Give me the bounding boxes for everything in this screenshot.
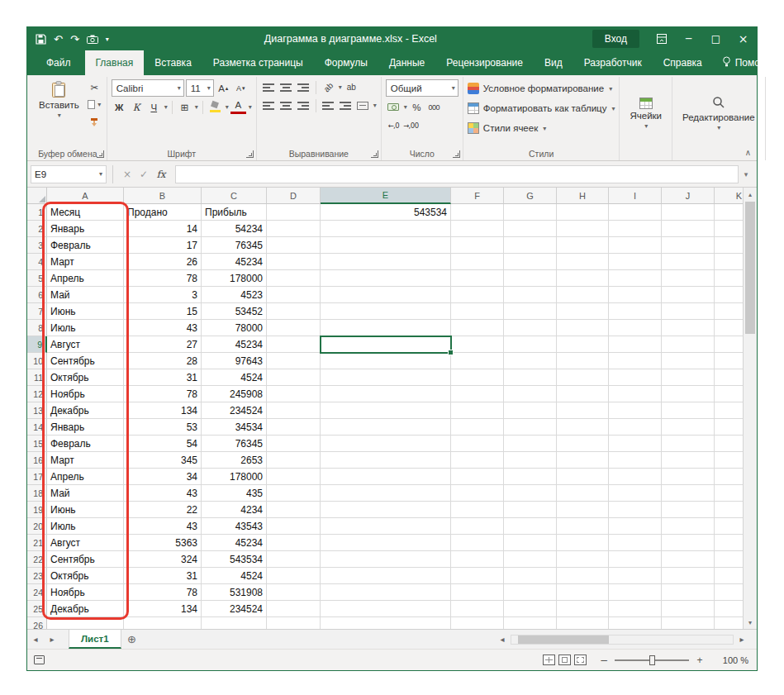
cell-H9[interactable]	[557, 336, 609, 353]
cell-D23[interactable]	[267, 568, 321, 584]
hscroll-right-button[interactable]: ▸	[734, 635, 750, 644]
cell-G25[interactable]	[504, 601, 557, 617]
cell-A15[interactable]: Февраль	[47, 436, 124, 452]
editing-button[interactable]: Редактирование ▾	[677, 79, 761, 147]
cell-C4[interactable]: 45234	[202, 254, 267, 270]
cell-C8[interactable]: 78000	[202, 320, 267, 336]
alignment-dialog-launcher[interactable]	[371, 150, 378, 158]
cell-C20[interactable]: 43543	[202, 518, 267, 535]
cell-B26[interactable]	[124, 617, 202, 629]
save-button[interactable]	[36, 34, 46, 45]
cell-G13[interactable]	[504, 402, 557, 419]
cell-A25[interactable]: Декабрь	[47, 601, 124, 617]
cell-E17[interactable]	[321, 469, 451, 485]
cell-C15[interactable]: 76345	[202, 436, 267, 452]
font-dialog-launcher[interactable]	[246, 150, 254, 158]
underline-dropdown[interactable]: ▾	[164, 103, 168, 111]
cell-H25[interactable]	[557, 601, 609, 617]
format-painter-button[interactable]	[87, 114, 102, 130]
cell-H20[interactable]	[557, 518, 609, 535]
borders-button[interactable]: ⊞	[177, 99, 192, 115]
column-header-G[interactable]: G	[504, 188, 557, 204]
close-button[interactable]: ×	[729, 27, 757, 50]
column-header-E[interactable]: E	[321, 188, 451, 204]
row-header-18[interactable]: 18	[27, 485, 47, 502]
cell-H12[interactable]	[557, 386, 609, 402]
cell-B10[interactable]: 28	[124, 353, 202, 369]
font-color-button[interactable]: А	[230, 101, 246, 114]
cell-A24[interactable]: Ноябрь	[47, 584, 124, 601]
name-box[interactable]: E9 ▾	[31, 165, 107, 183]
cell-J19[interactable]	[662, 502, 715, 518]
format-as-table-button[interactable]: Форматировать как таблицу ▾	[468, 99, 615, 117]
cell-I12[interactable]	[609, 386, 662, 402]
cell-D1[interactable]	[267, 204, 321, 221]
valign-bottom-button[interactable]	[296, 79, 311, 95]
cell-I14[interactable]	[609, 419, 662, 436]
cell-D8[interactable]	[267, 320, 321, 336]
cell-J23[interactable]	[662, 568, 715, 584]
cell-B14[interactable]: 53	[124, 419, 202, 436]
cell-G7[interactable]	[504, 303, 557, 320]
cell-C22[interactable]: 543534	[202, 551, 267, 568]
cell-D25[interactable]	[267, 601, 321, 617]
scroll-up-button[interactable]: ▴	[744, 188, 757, 201]
cell-A18[interactable]: Май	[47, 485, 124, 502]
orientation-button[interactable]: ab	[321, 79, 336, 95]
cell-C13[interactable]: 234524	[202, 402, 267, 419]
merge-center-button[interactable]	[355, 98, 371, 113]
cell-A12[interactable]: Ноябрь	[47, 386, 124, 402]
cells-button[interactable]: Ячейки ▾	[624, 79, 668, 147]
ribbon-tab-view[interactable]: Вид	[534, 50, 573, 75]
cell-D12[interactable]	[267, 386, 321, 402]
column-header-J[interactable]: J	[662, 188, 715, 204]
maximize-button[interactable]: □	[702, 27, 729, 50]
cell-E14[interactable]	[321, 419, 451, 436]
row-header-15[interactable]: 15	[27, 436, 47, 452]
cell-K13[interactable]	[715, 402, 743, 419]
cell-E24[interactable]	[321, 584, 451, 601]
column-header-C[interactable]: C	[202, 188, 267, 204]
cut-button[interactable]: ✂	[87, 79, 102, 95]
cell-F15[interactable]	[451, 436, 504, 452]
cell-J10[interactable]	[662, 353, 715, 369]
new-sheet-button[interactable]: ⊕	[121, 630, 143, 649]
cell-D14[interactable]	[267, 419, 321, 436]
cell-A14[interactable]: Январь	[47, 419, 124, 436]
cell-J13[interactable]	[662, 402, 715, 419]
cell-H24[interactable]	[557, 584, 609, 601]
cell-I1[interactable]	[609, 204, 662, 221]
cell-G16[interactable]	[504, 452, 557, 469]
cell-G5[interactable]	[504, 270, 557, 287]
sign-in-button[interactable]: Вход	[592, 30, 639, 48]
cell-D19[interactable]	[267, 502, 321, 518]
cell-H22[interactable]	[557, 551, 609, 568]
cell-E10[interactable]	[321, 353, 451, 369]
row-header-24[interactable]: 24	[27, 584, 47, 601]
cell-B11[interactable]: 31	[124, 369, 202, 386]
cell-styles-button[interactable]: Стили ячеек ▾	[468, 119, 615, 137]
cell-A22[interactable]: Сентябрь	[47, 551, 124, 568]
cell-J11[interactable]	[662, 369, 715, 386]
align-left-button[interactable]	[261, 98, 277, 113]
cell-H4[interactable]	[557, 254, 609, 270]
ribbon-display-options-button[interactable]	[648, 27, 675, 50]
cell-G18[interactable]	[504, 485, 557, 502]
horizontal-scrollbar-thumb[interactable]	[518, 635, 609, 644]
cell-I18[interactable]	[609, 485, 662, 502]
cell-A4[interactable]: Март	[47, 254, 124, 270]
cell-C14[interactable]: 34534	[202, 419, 267, 436]
cell-K24[interactable]	[715, 584, 743, 601]
cell-H17[interactable]	[557, 469, 609, 485]
cell-E21[interactable]	[321, 535, 451, 551]
row-header-4[interactable]: 4	[27, 254, 47, 270]
cell-H14[interactable]	[557, 419, 609, 436]
ribbon-tab-developer[interactable]: Разработчик	[573, 50, 653, 75]
row-header-16[interactable]: 16	[27, 452, 47, 469]
cell-C17[interactable]: 178000	[202, 469, 267, 485]
cell-C3[interactable]: 76345	[202, 237, 267, 254]
cell-H19[interactable]	[557, 502, 609, 518]
clipboard-dialog-launcher[interactable]	[97, 150, 104, 158]
cell-A2[interactable]: Январь	[47, 221, 124, 237]
cell-B7[interactable]: 15	[124, 303, 202, 320]
